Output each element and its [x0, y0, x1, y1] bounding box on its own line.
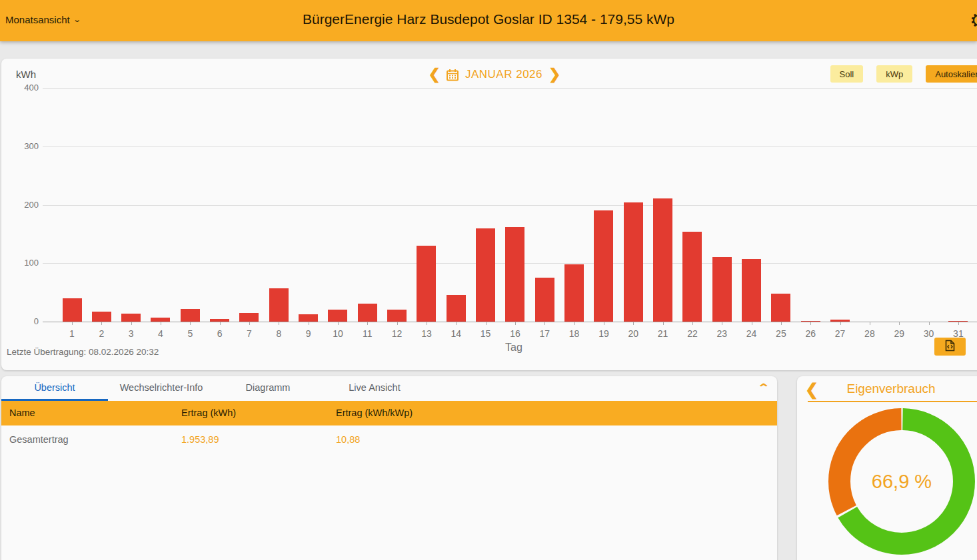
bar-day-25[interactable] — [771, 294, 790, 322]
x-tick — [427, 322, 427, 325]
tab--bersicht[interactable]: Übersicht — [1, 376, 108, 401]
bar-day-19[interactable] — [594, 210, 613, 322]
x-tick — [752, 322, 752, 325]
day-label-13: 13 — [415, 328, 439, 339]
donut-chart[interactable]: 66,9 % — [828, 408, 975, 555]
bar-day-16[interactable] — [505, 227, 524, 322]
tab-diagramm[interactable]: Diagramm — [215, 376, 321, 401]
y-tick-label: 300 — [11, 141, 39, 151]
table-header-ertrag-kwh-kwp: Ertrag (kWh/kWp) — [336, 401, 413, 425]
x-tick — [249, 322, 250, 325]
bar-day-9[interactable] — [299, 314, 318, 322]
day-label-19: 19 — [592, 328, 616, 339]
x-tick — [367, 322, 368, 325]
page-title: BürgerEnergie Harz Busdepot Goslar ID 13… — [0, 11, 977, 27]
tab-bar: ÜbersichtWechselrichter-InfoDiagrammLive… — [1, 376, 428, 401]
x-tick — [220, 322, 221, 325]
x-tick — [338, 322, 339, 325]
bar-day-12[interactable] — [387, 310, 407, 322]
bar-day-21[interactable] — [653, 198, 672, 322]
day-label-17: 17 — [532, 328, 556, 339]
row-name: Gesamtertrag — [9, 425, 69, 453]
bar-day-8[interactable] — [269, 288, 289, 322]
x-tick — [190, 322, 191, 325]
eigenverbrauch-title: Eigenverbrauch — [797, 382, 977, 396]
table-header-name: Name — [9, 401, 35, 425]
bar-day-27[interactable] — [830, 320, 850, 322]
export-button[interactable] — [934, 338, 966, 356]
day-label-21: 21 — [651, 328, 675, 339]
x-tick — [899, 322, 900, 325]
bar-day-14[interactable] — [447, 295, 466, 322]
tab-live-ansicht[interactable]: Live Ansicht — [321, 376, 428, 401]
panel-divider — [808, 401, 977, 402]
bar-day-2[interactable] — [92, 312, 111, 322]
bar-day-3[interactable] — [121, 314, 141, 322]
top-bar: Monatsansicht ⌄ BürgerEnergie Harz Busde… — [0, 0, 977, 41]
bar-day-31[interactable] — [948, 321, 968, 322]
bar-day-10[interactable] — [328, 310, 347, 322]
bar-chart-plot: 0100200300400123456789101112131415161718… — [1, 59, 977, 370]
x-tick — [72, 322, 73, 325]
eigenverbrauch-panel: ❮ Eigenverbrauch 66,9 % — [797, 376, 977, 560]
bar-day-11[interactable] — [358, 304, 377, 322]
chevron-up-icon[interactable]: ⌃ — [756, 382, 770, 394]
gridline — [43, 322, 977, 322]
x-tick — [574, 322, 575, 325]
bar-day-18[interactable] — [564, 264, 584, 322]
day-label-9: 9 — [297, 328, 321, 339]
x-tick — [958, 322, 959, 325]
gear-icon[interactable]: ⚙ — [970, 9, 977, 32]
row-ertrag-kwh: 1.953,89 — [181, 425, 219, 453]
last-transmission-status: Letzte Übertragung: 08.02.2026 20:32 — [7, 347, 159, 357]
day-label-27: 27 — [828, 328, 852, 339]
bar-day-13[interactable] — [417, 246, 436, 322]
bar-day-17[interactable] — [535, 278, 554, 322]
day-label-10: 10 — [326, 328, 350, 339]
day-label-15: 15 — [474, 328, 498, 339]
y-tick-label: 100 — [11, 258, 39, 268]
bar-day-15[interactable] — [476, 228, 495, 322]
day-label-7: 7 — [237, 328, 261, 339]
day-label-28: 28 — [858, 328, 882, 339]
x-tick — [544, 322, 545, 325]
day-label-2: 2 — [89, 328, 113, 339]
day-label-4: 4 — [149, 328, 173, 339]
x-tick — [515, 322, 516, 325]
day-label-11: 11 — [355, 328, 379, 339]
day-label-1: 1 — [60, 328, 84, 339]
bar-day-4[interactable] — [151, 318, 170, 322]
day-label-18: 18 — [562, 328, 586, 339]
table-row: Gesamtertrag 1.953,89 10,88 — [1, 425, 777, 453]
bar-day-24[interactable] — [742, 259, 761, 322]
bar-day-6[interactable] — [210, 319, 229, 322]
x-tick — [309, 322, 309, 325]
gridline — [43, 146, 977, 147]
y-tick-label: 400 — [11, 83, 39, 93]
x-tick — [722, 322, 722, 325]
x-tick — [929, 322, 930, 325]
day-label-8: 8 — [267, 328, 291, 339]
day-label-3: 3 — [119, 328, 143, 339]
bar-day-1[interactable] — [63, 298, 82, 322]
x-tick — [810, 322, 811, 325]
x-tick — [131, 322, 132, 325]
x-tick — [101, 322, 102, 325]
bar-day-23[interactable] — [712, 257, 732, 322]
bar-day-20[interactable] — [624, 202, 643, 322]
bar-day-7[interactable] — [239, 313, 259, 322]
x-axis-title: Tag — [505, 342, 522, 354]
tab-wechselrichter-info[interactable]: Wechselrichter-Info — [108, 376, 215, 401]
x-tick — [663, 322, 664, 325]
x-tick — [604, 322, 604, 325]
x-tick — [486, 322, 487, 325]
bar-day-26[interactable] — [801, 321, 820, 322]
x-tick — [279, 322, 279, 325]
day-label-23: 23 — [710, 328, 734, 339]
chart-card: kWh ❮ JANUAR 2026 ❯ Soll kWp Autoskalier… — [1, 59, 977, 370]
bar-day-22[interactable] — [682, 232, 702, 322]
row-ertrag-kwh-kwp: 10,88 — [336, 425, 360, 453]
y-tick-label: 0 — [11, 316, 39, 326]
table-header-ertrag-kwh: Ertrag (kWh) — [181, 401, 236, 425]
bar-day-5[interactable] — [181, 309, 200, 322]
